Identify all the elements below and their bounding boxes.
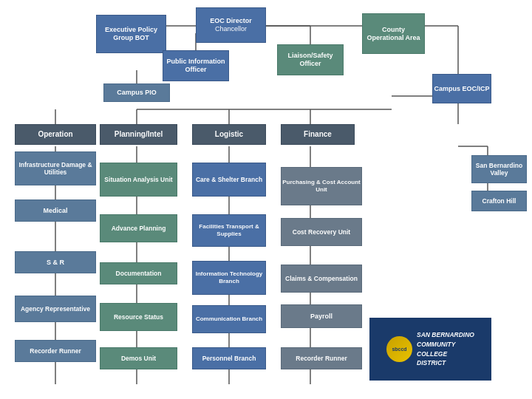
liaison-safety-box: Liaison/Safety Officer [277, 44, 344, 75]
infrastructure-box: Infrastructure Damage & Utilities [15, 151, 96, 185]
facilities-transport-box: Facilities Transport & Supplies [192, 214, 266, 247]
campus-pio-label: Campus PIO [117, 89, 157, 97]
care-shelter-box: Care & Shelter Branch [192, 163, 266, 197]
eoc-director-label: EOC Director [210, 17, 252, 25]
crafton-hill-label: Crafton Hill [482, 197, 516, 205]
liaison-safety-label: Liaison/Safety Officer [278, 52, 343, 68]
advance-planning-label: Advance Planning [112, 225, 166, 232]
facilities-transport-label: Facilities Transport & Supplies [193, 223, 265, 237]
operation-label: Operation [38, 130, 72, 139]
crafton-hill-box: Crafton Hill [471, 191, 527, 211]
resource-status-label: Resource Status [114, 313, 163, 321]
planning-intel-box: Planning/Intel [100, 124, 177, 145]
situation-analysis-box: Situation Analysis Unit [100, 163, 177, 197]
medical-box: Medical [15, 200, 96, 222]
executive-policy-box: Executive Policy Group BOT [96, 15, 166, 53]
san-bernardino-box: San Bernardino Valley [471, 155, 527, 183]
care-shelter-label: Care & Shelter Branch [196, 176, 262, 183]
public-info-box: Public Information Officer [163, 50, 229, 81]
cost-recovery-label: Cost Recovery Unit [293, 228, 350, 236]
purchasing-cost-label: Purchasing & Cost Account Unit [282, 179, 361, 193]
finance-box: Finance [281, 124, 355, 145]
county-op-label: County Operational Area [363, 26, 424, 42]
agency-rep-label: Agency Representative [21, 305, 90, 313]
cost-recovery-box: Cost Recovery Unit [281, 218, 362, 246]
comm-branch-label: Communication Branch [196, 316, 262, 323]
personnel-branch-box: Personnel Branch [192, 347, 266, 369]
campus-eoc-label: Campus EOC/ICP [434, 85, 489, 93]
agency-rep-box: Agency Representative [15, 296, 96, 322]
documentation-box: Documentation [100, 262, 177, 284]
demos-unit-label: Demos Unit [121, 355, 156, 362]
info-tech-label: Information Technology Branch [193, 270, 265, 284]
san-bernardino-label: San Bernardino Valley [472, 162, 526, 177]
campus-eoc-box: Campus EOC/ICP [432, 74, 491, 103]
planning-intel-label: Planning/Intel [115, 130, 163, 139]
logo-text: San BernardinoCommunityCollegeDistrict [417, 330, 474, 368]
eoc-director-box: EOC Director Chancellor [196, 7, 266, 43]
recorder-runner-right-label: Recorder Runner [296, 355, 347, 362]
logistic-label: Logistic [215, 130, 243, 139]
campus-pio-box: Campus PIO [103, 83, 170, 102]
infrastructure-label: Infrastructure Damage & Utilities [16, 161, 95, 176]
sbccd-logo: sbccd San BernardinoCommunityCollegeDist… [369, 318, 491, 381]
info-tech-box: Information Technology Branch [192, 261, 266, 295]
comm-branch-box: Communication Branch [192, 305, 266, 333]
claims-comp-label: Claims & Compensation [285, 275, 358, 282]
logistic-box: Logistic [192, 124, 266, 145]
executive-policy-label: Executive Policy Group BOT [97, 26, 166, 42]
finance-label: Finance [304, 130, 332, 139]
county-op-box: County Operational Area [362, 13, 425, 54]
resource-status-box: Resource Status [100, 303, 177, 331]
eoc-director-sub: Chancellor [210, 25, 252, 33]
purchasing-cost-box: Purchasing & Cost Account Unit [281, 167, 362, 205]
recorder-runner-left-label: Recorder Runner [30, 347, 81, 355]
documentation-label: Documentation [116, 270, 162, 277]
operation-box: Operation [15, 124, 96, 145]
org-chart: EOC Director Chancellor Executive Policy… [0, 0, 532, 399]
public-info-label: Public Information Officer [163, 58, 228, 74]
logo-inner: sbccd San BernardinoCommunityCollegeDist… [383, 327, 478, 372]
situation-analysis-label: Situation Analysis Unit [104, 176, 172, 183]
s-r-box: S & R [15, 251, 96, 273]
payroll-box: Payroll [281, 304, 362, 328]
recorder-runner-right-box: Recorder Runner [281, 347, 362, 369]
payroll-label: Payroll [310, 313, 332, 321]
advance-planning-box: Advance Planning [100, 214, 177, 242]
s-r-label: S & R [47, 259, 64, 267]
claims-comp-box: Claims & Compensation [281, 265, 362, 293]
medical-label: Medical [43, 207, 67, 215]
personnel-branch-label: Personnel Branch [202, 355, 256, 362]
demos-unit-box: Demos Unit [100, 347, 177, 369]
recorder-runner-left-box: Recorder Runner [15, 340, 96, 362]
